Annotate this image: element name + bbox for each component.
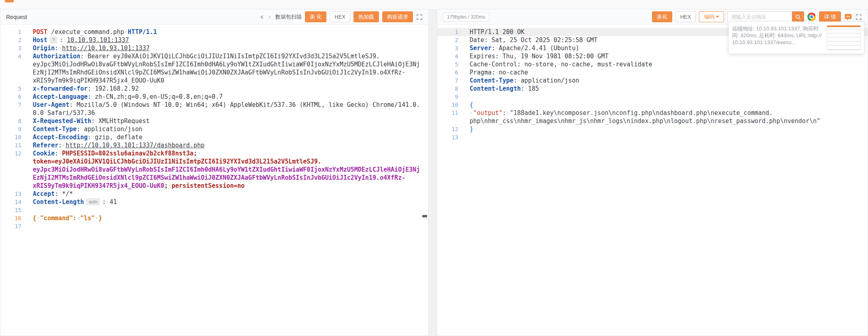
fullscreen-icon[interactable]	[416, 14, 423, 20]
chat-bubble-icon[interactable]	[844, 13, 852, 21]
packet-scan-button[interactable]: 数据包扫描	[275, 13, 302, 21]
code-token: :·Bearer·eyJ0eXAiOiJKV1QiLCJhbGciOiJIUzI…	[33, 53, 420, 84]
code-line[interactable]: 12Cookie:·PHPSESSID=802sslu6ainav2b2ckf8…	[0, 149, 428, 190]
search-button[interactable]	[792, 11, 804, 22]
code-token: 10.10.93.101:1337	[67, 36, 129, 44]
code-line[interactable]: 12}	[437, 125, 868, 133]
code-token: :·Apache/2.4.41·(Ubuntu)	[491, 45, 579, 52]
chrome-icon-center	[809, 15, 814, 19]
line-content: Content-Length:·185	[458, 85, 868, 93]
code-token: ·	[470, 109, 473, 117]
request-panel: Request ‹ › 数据包扫描 美 化 HEX 热加载 构造请求 1POST…	[0, 9, 429, 336]
response-info-tooltip: 远端地址: 10.10.93.101:1337; 响应时间: 320ms; 总耗…	[728, 21, 864, 54]
code-line[interactable]: 10{	[437, 101, 868, 109]
line-number: 5	[437, 60, 458, 68]
line-number: 2	[437, 36, 458, 44]
code-token: :·185	[521, 85, 539, 92]
request-code: 1POST·/execute_command.php·HTTP/1.12Host…	[0, 28, 428, 230]
line-content	[458, 133, 868, 141]
code-token: {·"command":·"ls"·}	[33, 215, 102, 222]
code-token: x-forwarded-for	[33, 85, 87, 92]
code-line[interactable]: 5x-forwarded-for:·192.168.2.92	[0, 85, 428, 93]
code-line[interactable]: 11Referer:·http://10.10.93.101:1337/dash…	[0, 141, 428, 149]
code-line[interactable]: 8X-Requested-With:·XMLHttpRequest	[0, 117, 428, 125]
code-token: HTTP/1.1·200·OK	[470, 28, 524, 36]
line-number: 12	[0, 149, 21, 190]
prev-packet-button[interactable]: ‹	[259, 13, 264, 21]
code-line[interactable]: 5Cache-Control:·no-store,·no-cache,·must…	[437, 60, 868, 68]
response-size-time-badge: 179bytes / 320ms	[443, 13, 489, 21]
line-number: 5	[0, 85, 21, 93]
request-toolbar: ‹ › 数据包扫描 美 化 HEX 热加载 构造请求	[259, 11, 423, 22]
beautify-button[interactable]: 美 化	[305, 11, 327, 22]
line-content: {·"command":·"ls"·}	[21, 214, 428, 222]
response-fullscreen-icon[interactable]	[855, 14, 862, 20]
detail-button[interactable]: 详 情	[819, 11, 841, 22]
code-token: Accept-Language	[33, 93, 87, 100]
code-line[interactable]: 13	[437, 133, 868, 141]
code-token: Expires:·Thu,·19·Nov·1981·08:52:00·GMT	[470, 53, 608, 60]
hot-reload-button[interactable]: 热加载	[354, 11, 379, 22]
code-line[interactable]: 15	[0, 206, 428, 214]
response-panel: 179bytes / 320ms 美化 HEX 编码 详 情	[437, 9, 868, 336]
line-content: ·"output":·"188ade1.key\ncomposer.json\n…	[458, 109, 868, 125]
code-token: Content-Type	[470, 77, 513, 84]
chevron-down-icon	[716, 16, 719, 18]
response-beautify-button[interactable]: 美化	[652, 11, 672, 22]
code-line[interactable]: 14Content-Lengthauto:·41	[0, 198, 428, 206]
code-token: :·41	[102, 198, 117, 206]
line-content: Cache-Control:·no-store,·no-cache,·must-…	[458, 60, 868, 68]
line-number: 15	[0, 206, 21, 214]
code-token: Date:·Sat,·25·Oct·2025·02:25:58·GMT	[470, 36, 597, 44]
code-token: Host	[33, 36, 47, 44]
response-editor[interactable]: 1HTTP/1.1·200·OK2Date:·Sat,·25·Oct·2025·…	[437, 25, 868, 336]
code-line[interactable]: 17	[0, 222, 428, 230]
code-token: {	[470, 101, 473, 108]
code-line[interactable]: 7Content-Type:·application/json	[437, 77, 868, 85]
code-token: :·application/json	[513, 77, 579, 84]
line-content: Accept-Language:·zh-CN,zh;q=0.9,en-US;q=…	[21, 93, 428, 101]
request-title: Request	[6, 14, 27, 20]
line-content: Content-Type:·application/json	[458, 77, 868, 85]
code-token: :·application/json	[76, 125, 142, 133]
request-panel-header: Request ‹ › 数据包扫描 美 化 HEX 热加载 构造请求	[0, 9, 428, 25]
line-content: Cookie:·PHPSESSID=802sslu6ainav2b2ckf88n…	[21, 149, 428, 190]
tooltip-text: 远端地址: 10.10.93.101:1337; 响应时间: 320ms; 总耗…	[732, 25, 824, 50]
chrome-browser-icon[interactable]	[807, 13, 816, 21]
code-token: Server	[470, 45, 491, 52]
code-token: Origin	[33, 45, 55, 52]
code-line[interactable]: 2Host?:·10.10.93.101:1337	[0, 36, 428, 44]
code-line[interactable]: 3Origin:·http://10.10.93.101:1337	[0, 44, 428, 52]
construct-request-button[interactable]: 构造请求	[382, 11, 413, 22]
response-preview-thumbnail	[827, 25, 861, 50]
encode-dropdown-button[interactable]: 编码	[699, 11, 724, 22]
code-line[interactable]: 9	[437, 93, 868, 101]
line-content: Accept-Encoding:·gzip,·deflate	[21, 133, 428, 141]
code-token: "output"	[473, 109, 502, 117]
line-content: }	[458, 125, 868, 133]
request-editor[interactable]: 1POST·/execute_command.php·HTTP/1.12Host…	[0, 25, 428, 336]
code-line[interactable]: 11·"output":·"188ade1.key\ncomposer.json…	[437, 109, 868, 125]
next-packet-button[interactable]: ›	[267, 13, 272, 21]
code-line[interactable]: 6Accept-Language:·zh-CN,zh;q=0.9,en-US;q…	[0, 93, 428, 101]
code-line[interactable]: 1POST·/execute_command.php·HTTP/1.1	[0, 28, 428, 36]
code-line[interactable]: 8Content-Length:·185	[437, 85, 868, 93]
code-line[interactable]: 6Pragma:·no-cache	[437, 68, 868, 77]
code-line[interactable]: 7User-Agent:·Mozilla/5.0·(Windows·NT·10.…	[0, 101, 428, 117]
code-token: ·/execute_command.php·	[47, 28, 128, 36]
line-content: POST·/execute_command.php·HTTP/1.1	[21, 28, 428, 36]
line-content: Content-Lengthauto:·41	[21, 198, 428, 206]
response-search-input[interactable]	[727, 11, 792, 22]
code-token: POST	[33, 28, 47, 36]
line-content: User-Agent:·Mozilla/5.0·(Windows·NT·10.0…	[21, 101, 428, 117]
hex-button[interactable]: HEX	[330, 11, 350, 22]
code-token: User-Agent	[33, 101, 69, 108]
code-line[interactable]: 10Accept-Encoding:·gzip,·deflate	[0, 133, 428, 141]
code-line[interactable]: 16{·"command":·"ls"·}	[0, 214, 428, 222]
response-hex-button[interactable]: HEX	[675, 11, 696, 22]
code-line[interactable]: 4Authorization:·Bearer·eyJ0eXAiOiJKV1QiL…	[0, 52, 428, 85]
code-line[interactable]: 9Content-Type:·application/json	[0, 125, 428, 133]
line-content	[21, 206, 428, 214]
code-line[interactable]: 13Accept:·*/*	[0, 190, 428, 198]
line-number: 13	[0, 190, 21, 198]
